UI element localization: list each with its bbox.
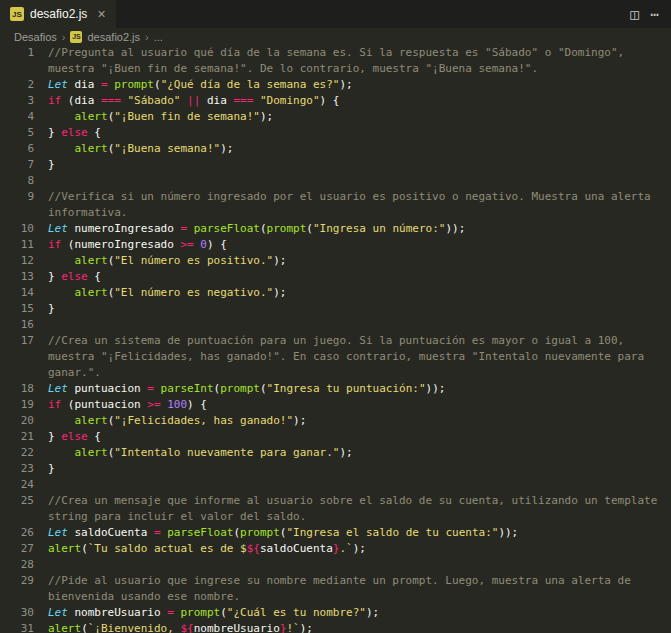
code-line-content: [48, 557, 671, 573]
code-line-content: if (numeroIngresado >= 0) {: [48, 237, 671, 253]
line-number: 22: [0, 445, 34, 461]
close-tab-icon[interactable]: ×: [97, 7, 105, 21]
code-line-content: Let saldoCuenta = parseFloat(prompt("Ing…: [48, 525, 671, 541]
code-line-content: Let numeroIngresado = parseFloat(prompt(…: [48, 221, 671, 237]
code-line-content: [48, 477, 671, 493]
code-line-content: alert("El número es positivo.");: [48, 253, 671, 269]
code-line[interactable]: 28: [0, 557, 671, 573]
more-actions-icon[interactable]: ⋯: [651, 6, 659, 22]
code-editor[interactable]: 1//Pregunta al usuario qué día de la sem…: [0, 45, 671, 633]
code-line-content: alert("Intentalo nuevamente para ganar."…: [48, 445, 671, 461]
line-number: 30: [0, 605, 34, 621]
code-line[interactable]: 17//Crea un sistema de puntuación para u…: [0, 333, 671, 381]
code-editor-window: JS desafio2.js × ◫ ⋯ Desafios › JS desaf…: [0, 0, 671, 633]
line-number: 24: [0, 477, 34, 493]
code-line[interactable]: 16: [0, 317, 671, 333]
code-line[interactable]: 10Let numeroIngresado = parseFloat(promp…: [0, 221, 671, 237]
code-line-content: alert("¡Felicidades, has ganado!");: [48, 413, 671, 429]
code-line-content: }: [48, 301, 671, 317]
editor-tab-bar: JS desafio2.js × ◫ ⋯: [0, 0, 671, 28]
line-number: 21: [0, 429, 34, 445]
code-line-content: alert("¡Buen fin de semana!");: [48, 109, 671, 125]
code-line[interactable]: 30Let nombreUsuario = prompt("¿Cuál es t…: [0, 605, 671, 621]
code-line-content: Let nombreUsuario = prompt("¿Cuál es tu …: [48, 605, 671, 621]
code-line[interactable]: 7}: [0, 157, 671, 173]
line-number: 1: [0, 45, 34, 61]
line-number: 18: [0, 381, 34, 397]
code-line-content: }: [48, 461, 671, 477]
code-lines: 1//Pregunta al usuario qué día de la sem…: [0, 45, 671, 633]
code-line-content: //Crea un mensaje que informe al usuario…: [48, 493, 671, 525]
code-line-content: //Pregunta al usuario qué día de la sema…: [48, 45, 671, 77]
code-line[interactable]: 5} else {: [0, 125, 671, 141]
code-line[interactable]: 24: [0, 477, 671, 493]
line-number: 10: [0, 221, 34, 237]
line-number: 13: [0, 269, 34, 285]
breadcrumb-item-symbol[interactable]: ...: [154, 31, 163, 43]
code-line-content: if (dia === "Sábado" || dia === "Domingo…: [48, 93, 671, 109]
line-number: 19: [0, 397, 34, 413]
code-line[interactable]: 21} else {: [0, 429, 671, 445]
line-number: 31: [0, 621, 34, 633]
line-number: 25: [0, 493, 34, 509]
line-number: 16: [0, 317, 34, 333]
code-line-content: } else {: [48, 269, 671, 285]
code-line-content: } else {: [48, 125, 671, 141]
line-number: 27: [0, 541, 34, 557]
chevron-right-icon: ›: [145, 31, 149, 43]
code-line-content: Let puntuacion = parseInt(prompt("Ingres…: [48, 381, 671, 397]
code-line-content: alert("¡Buena semana!");: [48, 141, 671, 157]
line-number: 8: [0, 173, 34, 189]
code-line[interactable]: 14 alert("El número es negativo.");: [0, 285, 671, 301]
code-line-content: //Crea un sistema de puntuación para un …: [48, 333, 671, 381]
code-line-content: alert(`Tu saldo actual es de $${saldoCue…: [48, 541, 671, 557]
code-line-content: }: [48, 157, 671, 173]
line-number: 14: [0, 285, 34, 301]
code-line[interactable]: 27alert(`Tu saldo actual es de $${saldoC…: [0, 541, 671, 557]
code-line-content: alert("El número es negativo.");: [48, 285, 671, 301]
breadcrumb-item-folder[interactable]: Desafios: [14, 31, 57, 43]
javascript-file-icon: JS: [70, 31, 82, 43]
code-line[interactable]: 19if (puntuacion >= 100) {: [0, 397, 671, 413]
code-line[interactable]: 18Let puntuacion = parseInt(prompt("Ingr…: [0, 381, 671, 397]
line-number: 28: [0, 557, 34, 573]
code-line[interactable]: 26Let saldoCuenta = parseFloat(prompt("I…: [0, 525, 671, 541]
line-number: 6: [0, 141, 34, 157]
code-line[interactable]: 25//Crea un mensaje que informe al usuar…: [0, 493, 671, 525]
code-line[interactable]: 6 alert("¡Buena semana!");: [0, 141, 671, 157]
line-number: 26: [0, 525, 34, 541]
code-line-content: [48, 317, 671, 333]
tab-label: desafio2.js: [30, 7, 87, 21]
line-number: 7: [0, 157, 34, 173]
code-line[interactable]: 31alert(`¡Bienvenido, ${nombreUsuario}!`…: [0, 621, 671, 633]
code-line-content: if (puntuacion >= 100) {: [48, 397, 671, 413]
code-line[interactable]: 23}: [0, 461, 671, 477]
line-number: 2: [0, 77, 34, 93]
code-line[interactable]: 11if (numeroIngresado >= 0) {: [0, 237, 671, 253]
code-line[interactable]: 3if (dia === "Sábado" || dia === "Doming…: [0, 93, 671, 109]
code-line[interactable]: 15}: [0, 301, 671, 317]
code-line[interactable]: 1//Pregunta al usuario qué día de la sem…: [0, 45, 671, 77]
code-line[interactable]: 12 alert("El número es positivo.");: [0, 253, 671, 269]
breadcrumb: Desafios › JS desafio2.js › ...: [0, 28, 671, 45]
line-number: 12: [0, 253, 34, 269]
code-line[interactable]: 22 alert("Intentalo nuevamente para gana…: [0, 445, 671, 461]
javascript-file-icon: JS: [10, 7, 24, 21]
code-line-content: [48, 173, 671, 189]
code-line[interactable]: 2Let dia = prompt("¿Qué día de la semana…: [0, 77, 671, 93]
code-line[interactable]: 4 alert("¡Buen fin de semana!");: [0, 109, 671, 125]
line-number: 15: [0, 301, 34, 317]
code-line[interactable]: 13} else {: [0, 269, 671, 285]
line-number: 11: [0, 237, 34, 253]
tab-desafio2-js[interactable]: JS desafio2.js ×: [0, 0, 116, 28]
code-line[interactable]: 29//Pide al usuario que ingrese su nombr…: [0, 573, 671, 605]
chevron-right-icon: ›: [62, 31, 66, 43]
line-number: 20: [0, 413, 34, 429]
code-line-content: //Verifica si un número ingresado por el…: [48, 189, 671, 221]
code-line[interactable]: 20 alert("¡Felicidades, has ganado!");: [0, 413, 671, 429]
code-line[interactable]: 8: [0, 173, 671, 189]
code-line-content: } else {: [48, 429, 671, 445]
breadcrumb-item-file[interactable]: desafio2.js: [87, 31, 140, 43]
split-editor-icon[interactable]: ◫: [630, 6, 638, 22]
code-line[interactable]: 9//Verifica si un número ingresado por e…: [0, 189, 671, 221]
